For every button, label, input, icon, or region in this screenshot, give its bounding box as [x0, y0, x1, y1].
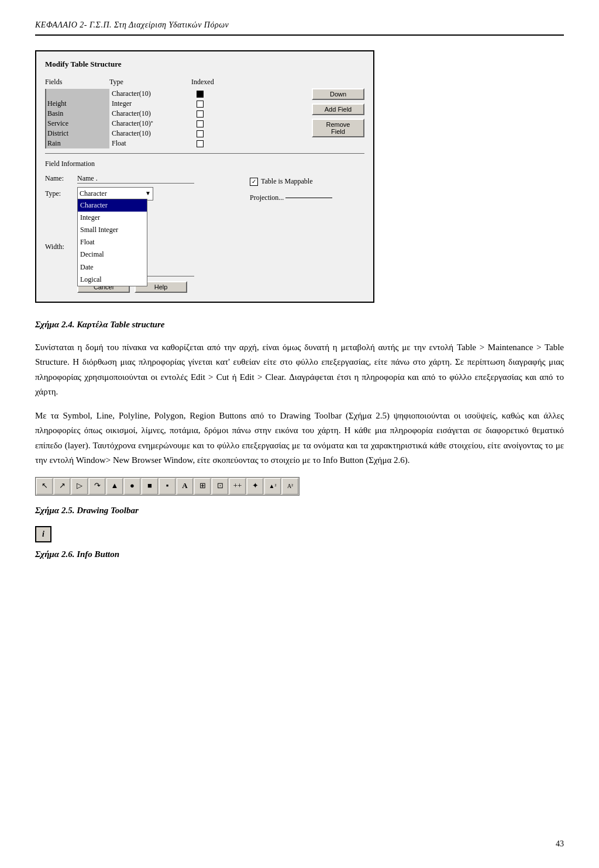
table-row: Rain — [45, 139, 109, 148]
dropdown-arrow-icon: ▼ — [145, 189, 151, 198]
table-row: Height — [45, 99, 109, 109]
table-row: Basin — [45, 109, 109, 119]
field-name-empty — [45, 89, 109, 99]
body-paragraph-2: Με τα Symbol, Line, Polyline, Polygon, R… — [35, 409, 564, 468]
width-label: Width: — [45, 241, 77, 253]
type-option-date[interactable]: Date — [78, 261, 147, 274]
down-button[interactable]: Down — [312, 88, 364, 100]
indexed-checkbox-6[interactable] — [191, 139, 209, 148]
figure-2-6-prefix: Σχήμα 2.6. — [35, 549, 74, 559]
add-field-button[interactable]: Add Field — [312, 103, 364, 115]
projection-link[interactable]: Projection... — [250, 192, 364, 203]
modify-table-structure-dialog: Modify Table Structure Fields Height Bas… — [35, 50, 374, 302]
figure-2-4-prefix: Σχήμα 2.4. — [35, 320, 74, 329]
toolbar-btn-circle[interactable]: ● — [124, 478, 140, 494]
type-integer: Integer — [109, 99, 132, 109]
table-row — [45, 89, 109, 99]
type-option-small-integer[interactable]: Small Integer — [78, 224, 147, 236]
name-input[interactable] — [77, 174, 194, 184]
type-option-logical[interactable]: Logical — [78, 274, 147, 286]
type-row: Type: Character ▼ Character Integer Smal… — [45, 187, 250, 200]
toolbar-btn-rect[interactable]: ■ — [142, 478, 158, 494]
field-info-title: Field Information — [45, 158, 364, 170]
toolbar-btn-grid1[interactable]: ⊞ — [194, 478, 211, 494]
toolbar-btn-polyline[interactable]: ▷ — [71, 478, 88, 494]
toolbar-btn-triangle[interactable]: ▲ — [106, 478, 123, 494]
toolbar-btn-polygon[interactable]: ↷ — [89, 478, 105, 494]
body-paragraph-1: Συνίσταται η δομή του πίνακα να καθορίζε… — [35, 340, 564, 400]
projection-underline — [285, 198, 332, 198]
figure-2-6-caption: Σχήμα 2.6. Info Button — [35, 547, 564, 561]
indexed-header: Indexed — [191, 77, 226, 87]
type-dropdown-options: Character Integer Small Integer Float De… — [77, 199, 147, 286]
info-button-container: i — [35, 526, 564, 542]
toolbar-btn-arrow[interactable]: ↗ — [54, 478, 70, 494]
indexed-checkbox-4[interactable] — [191, 119, 209, 129]
dialog-title: Modify Table Structure — [45, 58, 364, 71]
mappable-checkbox[interactable]: ✓ — [250, 178, 258, 186]
field-information-section: Field Information Name: Type: Character … — [45, 153, 364, 293]
indexed-column: Indexed — [191, 77, 226, 148]
figure-2-5-prefix: Σχήμα 2.5. — [35, 506, 74, 515]
fields-column: Fields Height Basin Service District Rai… — [45, 77, 109, 148]
field-info-left: Name: Type: Character ▼ Character — [45, 173, 250, 292]
field-name-basin: Basin — [45, 109, 109, 119]
action-buttons: Down Add Field Remove Field — [226, 77, 364, 148]
figure-2-5-caption: Σχήμα 2.5. Drawing Toolbar — [35, 503, 564, 517]
projection-label: Projection... — [250, 192, 284, 203]
field-name-service: Service — [45, 119, 109, 129]
toolbar-btn-crosshair[interactable]: ++ — [229, 478, 246, 494]
toolbar-btn-select[interactable]: ↖ — [36, 478, 53, 494]
name-row: Name: — [45, 173, 250, 184]
page-number: 43 — [556, 838, 564, 850]
remove-field-button[interactable]: Remove Field — [312, 119, 364, 137]
figure-2-4-title: Καρτέλα Table structure — [77, 320, 164, 329]
type-option-character[interactable]: Character — [78, 199, 147, 212]
type-character10-1: Character(10) — [109, 89, 151, 99]
type-option-float[interactable]: Float — [78, 236, 147, 248]
width-row: Width: — [45, 241, 250, 276]
toolbar-btn-star[interactable]: ✦ — [247, 478, 263, 494]
indexed-checkbox-3[interactable] — [191, 109, 209, 119]
table-row: Service — [45, 119, 109, 129]
indexed-checkbox-2[interactable] — [191, 99, 209, 109]
type-label: Type: — [45, 188, 77, 199]
field-name-rain: Rain — [45, 139, 109, 148]
toolbar-btn-text[interactable]: A — [177, 478, 193, 494]
type-character10-4: Character(10) — [109, 129, 151, 139]
type-option-decimal[interactable]: Decimal — [78, 248, 147, 261]
indexed-checkbox-1[interactable] — [191, 89, 209, 99]
drawing-toolbar-figure: ↖ ↗ ▷ ↷ ▲ ● ■ ▪ A ⊞ ⊡ ++ ✦ ▲² A² — [35, 477, 300, 496]
info-button[interactable]: i — [35, 526, 51, 542]
field-name-district: District — [45, 129, 109, 139]
type-character10-2: Character(10) — [109, 109, 151, 119]
toolbar-btn-triangle2[interactable]: ▲² — [264, 478, 281, 494]
page-header: ΚΕΦΑΛΑΙΟ 2- Γ.Σ.Π. Στη Διαχείριση Υδατικ… — [35, 18, 564, 36]
type-float: Float — [109, 139, 126, 148]
fields-header: Fields — [45, 77, 109, 87]
toolbar-btn-grid2[interactable]: ⊡ — [212, 478, 228, 494]
type-selected-value: Character — [80, 188, 145, 199]
field-info-rows: Name: Type: Character ▼ Character — [45, 173, 364, 292]
toolbar-btn-textlarge[interactable]: A² — [282, 478, 298, 494]
figure-2-5-title: Drawing Toolbar — [77, 506, 139, 515]
toolbar-btn-small-rect[interactable]: ▪ — [159, 478, 175, 494]
mappable-row: ✓ Table is Mappable — [250, 176, 364, 187]
mappable-label: Table is Mappable — [261, 176, 312, 187]
field-info-right: ✓ Table is Mappable Projection... — [250, 173, 364, 292]
dialog-content: Fields Height Basin Service District Rai… — [45, 77, 364, 148]
type-header: Type — [109, 77, 191, 87]
table-row: District — [45, 129, 109, 139]
type-option-integer[interactable]: Integer — [78, 212, 147, 224]
figure-2-6-title: Info Button — [77, 549, 119, 559]
bottom-buttons: Cancel Help — [45, 281, 250, 293]
figure-2-4-caption: Σχήμα 2.4. Καρτέλα Table structure — [35, 317, 564, 331]
chapter-title: ΚΕΦΑΛΑΙΟ 2- Γ.Σ.Π. Στη Διαχείριση Υδατικ… — [35, 20, 229, 29]
field-name-height: Height — [45, 99, 109, 109]
type-select-container: Character ▼ Character Integer Small Inte… — [77, 187, 153, 200]
indexed-checkbox-5[interactable] — [191, 129, 209, 139]
name-label: Name: — [45, 173, 77, 184]
type-column: Type Character(10) Integer Character(10)… — [109, 77, 191, 148]
type-character10-3: Character(10) * — [109, 119, 153, 129]
check-mark-icon: ✓ — [252, 177, 256, 186]
